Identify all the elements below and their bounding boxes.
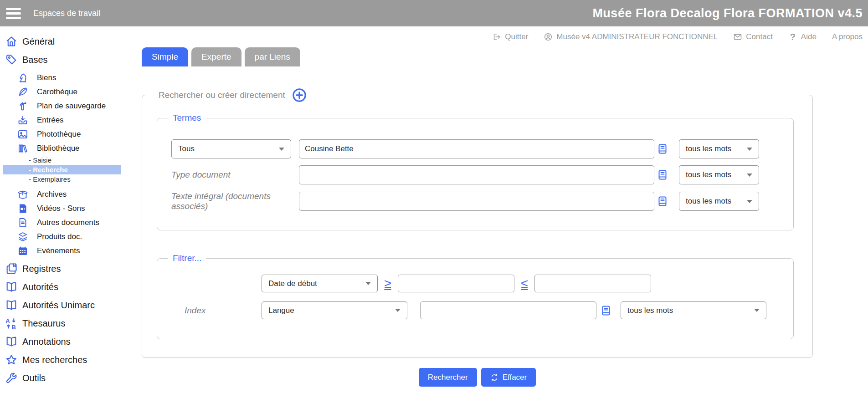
sidebar-item-biens[interactable]: Biens — [0, 71, 121, 85]
field-select-all[interactable]: Tous — [171, 139, 291, 158]
filter-index-row: Index Langue tous les mots — [185, 301, 793, 319]
extinguisher-icon — [17, 101, 28, 112]
sidebar-item-label: Thesaurus — [22, 318, 66, 329]
sidebar-item-label: Produits doc. — [37, 232, 82, 241]
tab-experte[interactable]: Experte — [191, 47, 241, 66]
sidebar-item-registres[interactable]: Registres — [0, 260, 121, 278]
mail-icon — [733, 32, 742, 41]
sidebar-item-label: - Saisie — [29, 156, 51, 164]
wrench-icon — [5, 371, 18, 385]
sidebar-item-label: Mes recherches — [22, 355, 87, 365]
sidebar-item-phototheque[interactable]: Photothèque — [0, 127, 121, 141]
sidebar-item-annotations[interactable]: Annotations — [0, 332, 121, 351]
create-record-button[interactable] — [292, 87, 307, 103]
date-to-input[interactable] — [534, 275, 651, 292]
utility-item-aide[interactable]: ?Aide — [788, 32, 817, 41]
utility-item-musee-v4-administrateur-fonctionnel[interactable]: Musée v4 ADMINISTRATEUR FONCTIONNEL — [544, 32, 718, 41]
chevron-down-icon — [747, 148, 752, 151]
index-lookup-button[interactable] — [657, 143, 668, 155]
sidebar-nav: GénéralBasesBiensCarothèquePlan de sauve… — [0, 26, 121, 393]
sidebar-item-autres-documents[interactable]: Autres documents — [0, 215, 121, 230]
utility-item-label: Musée v4 ADMINISTRATEUR FONCTIONNEL — [556, 32, 718, 41]
utility-item-label: Aide — [801, 32, 817, 41]
type-document-label: Type document — [171, 170, 291, 180]
mode-select-type-document[interactable]: tous les mots — [679, 165, 759, 184]
utility-bar: QuitterMusée v4 ADMINISTRATEUR FONCTIONN… — [121, 26, 868, 47]
mode-select-fulltext[interactable]: tous les mots — [679, 192, 759, 211]
mode-select-index[interactable]: tous les mots — [621, 301, 766, 319]
hamburger-menu-icon[interactable] — [6, 5, 21, 21]
chevron-down-icon — [279, 148, 284, 151]
sidebar-item-autorites[interactable]: Autorités — [0, 278, 121, 296]
utility-item-label: Quitter — [505, 32, 528, 41]
chevron-down-icon — [754, 309, 760, 312]
search-button[interactable]: Rechercher — [419, 368, 477, 387]
sidebar-item-evenements[interactable]: Evènements — [0, 244, 121, 258]
sidebar-item-archives[interactable]: Archives — [0, 187, 121, 201]
image-icon — [17, 129, 28, 140]
header-bar: Espaces de travail Musée Flora Decalog F… — [0, 0, 868, 26]
sidebar-item-thesaurus[interactable]: ABThesaurus — [0, 314, 121, 332]
sidebar-item-recherche[interactable]: - Recherche — [3, 165, 121, 174]
box-open-icon — [17, 189, 28, 200]
lte-symbol[interactable]: ≤ — [519, 276, 529, 291]
sidebar-item-label: Outils — [22, 373, 46, 383]
quill-icon — [17, 87, 28, 97]
sidebar-item-produits-doc[interactable]: Produits doc. — [0, 230, 121, 244]
date-from-input[interactable] — [398, 275, 514, 292]
star-icon — [5, 353, 18, 367]
utility-item-contact[interactable]: Contact — [733, 32, 773, 41]
chevron-down-icon — [365, 282, 371, 285]
termes-section: Termes Tous tous les mots — [157, 118, 794, 230]
filtrer-section: Filtrer... Date de début ≥ ≤ Index Langu… — [157, 258, 794, 339]
sidebar-item-bibliotheque[interactable]: Bibliothèque — [0, 141, 121, 155]
sidebar-item-outils[interactable]: Outils — [0, 369, 121, 387]
sidebar-item-label: Vidéos - Sons — [37, 204, 85, 213]
fulltext-input[interactable] — [299, 192, 654, 211]
sidebar-item-label: Général — [22, 36, 55, 47]
date-field-select[interactable]: Date de début — [262, 275, 378, 292]
index-field-select[interactable]: Langue — [262, 301, 407, 319]
sidebar-item-videos-sons[interactable]: Vidéos - Sons — [0, 201, 121, 215]
sidebar-item-mes-recherches[interactable]: Mes recherches — [0, 351, 121, 369]
sidebar-item-carotheque[interactable]: Carothèque — [0, 85, 121, 99]
tab-simple[interactable]: Simple — [142, 47, 188, 66]
index-lookup-button[interactable] — [657, 168, 668, 181]
home-icon — [5, 35, 18, 48]
index-label: Index — [185, 306, 262, 316]
tab-par-liens[interactable]: par Liens — [245, 47, 300, 66]
termes-row-fulltext: Texte intégral (documents associés) tous… — [171, 191, 793, 211]
books-icon — [17, 143, 28, 154]
filtrer-legend: Filtrer... — [168, 252, 206, 265]
sort-alpha-icon: AB — [5, 316, 18, 330]
index-lookup-button[interactable] — [657, 195, 668, 208]
help-icon: ? — [788, 32, 797, 41]
workspaces-link[interactable]: Espaces de travail — [33, 9, 100, 18]
sidebar-item-saisie[interactable]: - Saisie — [0, 155, 121, 165]
gte-symbol[interactable]: ≥ — [383, 276, 393, 291]
sidebar-item-autorites-unimarc[interactable]: Autorités Unimarc — [0, 296, 121, 314]
sidebar-item-label: Bibliothèque — [37, 144, 80, 153]
video-file-icon — [17, 203, 28, 214]
search-term-input[interactable] — [299, 139, 654, 158]
type-document-input[interactable] — [299, 165, 654, 184]
sidebar-item-exemplaires[interactable]: - Exemplaires — [0, 174, 121, 184]
sidebar-item-bases[interactable]: Bases — [0, 51, 121, 69]
index-value-input[interactable] — [420, 301, 596, 319]
svg-text:B: B — [12, 324, 16, 330]
chevron-down-icon — [395, 309, 401, 312]
clear-button[interactable]: Effacer — [481, 368, 536, 387]
sidebar-item-label: - Exemplaires — [29, 175, 71, 183]
logout-icon — [492, 32, 501, 41]
utility-item-quitter[interactable]: Quitter — [492, 32, 528, 41]
termes-row-type-document: Type document tous les mots — [171, 165, 793, 184]
sidebar-item-general[interactable]: Général — [0, 32, 121, 51]
utility-item-a-propos[interactable]: A propos — [832, 32, 863, 41]
sidebar-item-plan-de-sauvegarde[interactable]: Plan de sauvegarde — [0, 99, 121, 113]
sidebar-item-entrees[interactable]: Entrées — [0, 113, 121, 127]
index-lookup-button[interactable] — [601, 304, 611, 317]
sidebar-item-label: Photothèque — [37, 130, 81, 139]
sidebar-item-label: Bases — [22, 55, 48, 65]
mode-select-all[interactable]: tous les mots — [679, 139, 759, 158]
search-create-legend-text: Rechercher ou créer directement — [159, 90, 285, 100]
